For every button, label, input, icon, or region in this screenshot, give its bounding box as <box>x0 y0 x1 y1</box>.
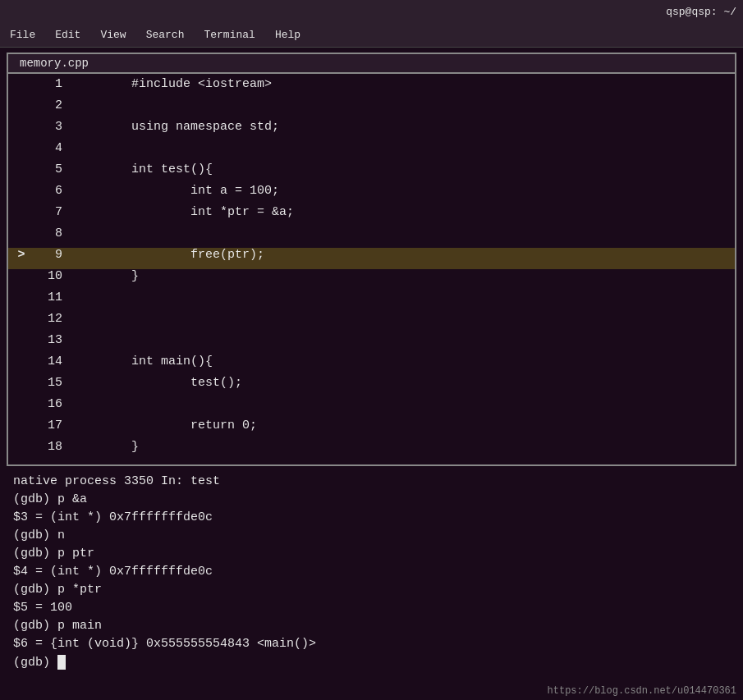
code-line-18: 18 } <box>8 440 735 461</box>
menu-search[interactable]: Search <box>143 27 188 43</box>
terminal-line-0: (gdb) p &a <box>13 492 730 510</box>
terminal-line-1: $3 = (int *) 0x7fffffffde0c <box>13 510 730 528</box>
line-content-3: using namespace std; <box>72 120 279 134</box>
line-num-5: 5 <box>31 162 72 176</box>
line-content-7: int *ptr = &a; <box>72 205 294 219</box>
bottom-bar: https://blog.csdn.net/u014470361 <box>548 685 736 697</box>
filename: memory.cpp <box>20 57 89 70</box>
code-line-14: 14 int main(){ <box>8 355 735 376</box>
cursor <box>57 655 66 670</box>
line-num-3: 3 <box>31 120 72 134</box>
code-line-6: 6 int a = 100; <box>8 184 735 205</box>
terminal-line-2: (gdb) n <box>13 528 730 547</box>
terminal-status: native process 3350 In: test <box>13 474 730 492</box>
line-content-9: free(ptr); <box>72 248 264 262</box>
line-num-9: 9 <box>31 248 72 262</box>
code-line-16: 16 <box>8 397 735 419</box>
url-text: https://blog.csdn.net/u014470361 <box>548 685 736 697</box>
code-line-7: 7 int *ptr = &a; <box>8 205 735 226</box>
line-content-1: #include <iostream> <box>72 77 272 91</box>
arrow-9: > <box>11 248 31 262</box>
line-content-17: return 0; <box>72 419 257 432</box>
line-num-1: 1 <box>31 77 72 91</box>
menu-view[interactable]: View <box>97 27 129 43</box>
line-content-15: test(); <box>72 376 242 390</box>
code-line-9: > 9 free(ptr); <box>8 248 735 269</box>
title-text: qsp@qsp: ~/ <box>666 6 736 18</box>
terminal-input-line[interactable]: (gdb) <box>13 655 730 673</box>
menu-help[interactable]: Help <box>272 27 304 43</box>
line-num-18: 18 <box>31 440 72 454</box>
menu-bar: File Edit View Search Terminal Help <box>0 23 743 48</box>
line-num-17: 17 <box>31 419 72 432</box>
file-tab[interactable]: memory.cpp <box>8 54 735 74</box>
line-num-6: 6 <box>31 184 72 198</box>
terminal-line-4: $4 = (int *) 0x7fffffffde0c <box>13 565 730 583</box>
code-line-8: 8 <box>8 226 735 248</box>
line-num-15: 15 <box>31 376 72 390</box>
code-line-3: 3 using namespace std; <box>8 120 735 141</box>
code-line-4: 4 <box>8 141 735 162</box>
line-num-12: 12 <box>31 312 72 326</box>
code-line-5: 5 int test(){ <box>8 162 735 184</box>
menu-terminal[interactable]: Terminal <box>200 27 258 43</box>
code-line-2: 2 <box>8 98 735 120</box>
line-num-2: 2 <box>31 98 72 112</box>
code-line-17: 17 return 0; <box>8 419 735 440</box>
terminal-line-7: (gdb) p main <box>13 619 730 637</box>
line-num-7: 7 <box>31 205 72 219</box>
line-num-13: 13 <box>31 333 72 347</box>
code-line-12: 12 <box>8 312 735 333</box>
line-content-18: } <box>72 440 139 454</box>
editor-panel: memory.cpp 1 #include <iostream> 2 3 usi… <box>7 53 736 466</box>
code-line-15: 15 test(); <box>8 376 735 397</box>
code-line-1: 1 #include <iostream> <box>8 77 735 98</box>
terminal-line-6: $5 = 100 <box>13 601 730 619</box>
line-num-4: 4 <box>31 141 72 155</box>
line-num-11: 11 <box>31 291 72 304</box>
line-num-10: 10 <box>31 269 72 283</box>
menu-edit[interactable]: Edit <box>52 27 84 43</box>
terminal-line-3: (gdb) p ptr <box>13 547 730 565</box>
code-area: 1 #include <iostream> 2 3 using namespac… <box>8 74 735 464</box>
line-num-16: 16 <box>31 397 72 411</box>
terminal-line-8: $6 = {int (void)} 0x555555554843 <main()… <box>13 637 730 655</box>
code-line-13: 13 <box>8 333 735 355</box>
menu-file[interactable]: File <box>7 27 39 43</box>
line-content-14: int main(){ <box>72 355 213 368</box>
line-content-10: } <box>72 269 139 283</box>
code-line-11: 11 <box>8 291 735 312</box>
terminal-panel: native process 3350 In: test (gdb) p &a … <box>7 469 736 678</box>
titlebar: qsp@qsp: ~/ <box>0 0 743 23</box>
line-num-8: 8 <box>31 226 72 240</box>
line-content-5: int test(){ <box>72 162 213 176</box>
terminal-line-5: (gdb) p *ptr <box>13 583 730 601</box>
code-line-10: 10 } <box>8 269 735 291</box>
line-content-6: int a = 100; <box>72 184 279 198</box>
line-num-14: 14 <box>31 355 72 368</box>
